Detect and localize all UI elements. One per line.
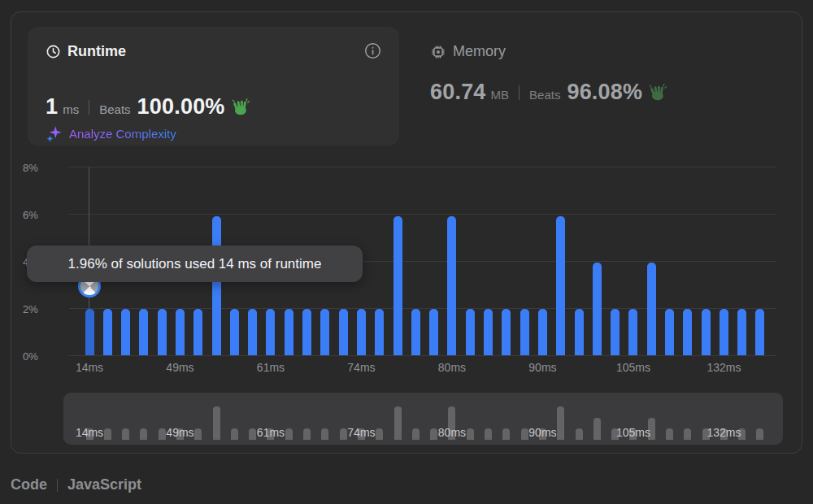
runtime-bar[interactable] [520, 309, 529, 355]
brush-bar [321, 428, 328, 440]
runtime-bar[interactable] [484, 309, 493, 355]
runtime-bar[interactable] [575, 309, 584, 355]
runtime-bar[interactable] [502, 309, 511, 355]
divider [519, 85, 520, 100]
brush-bar [467, 428, 474, 440]
y-axis-label: 6% [23, 208, 61, 220]
memory-unit: MB [491, 88, 510, 102]
footer-bar: Code JavaScript [11, 476, 141, 493]
runtime-bar[interactable] [103, 309, 112, 355]
brush-bar [231, 428, 238, 440]
brush-bar [593, 418, 601, 440]
y-axis-label: 8% [23, 161, 61, 173]
memory-beats-value: 96.08% [567, 80, 642, 105]
runtime-unit: ms [63, 102, 79, 116]
runtime-bar[interactable] [720, 309, 728, 355]
runtime-bar[interactable] [357, 309, 366, 355]
runtime-bar[interactable] [429, 309, 438, 355]
runtime-bar[interactable] [702, 309, 711, 355]
brush-bar [194, 428, 202, 440]
runtime-bar[interactable] [248, 309, 257, 355]
brush-bar [140, 428, 147, 440]
runtime-bar[interactable] [683, 309, 692, 355]
runtime-bar[interactable] [176, 309, 185, 355]
brush-bar [430, 428, 437, 440]
runtime-bar[interactable] [611, 309, 620, 355]
x-axis-label: 90ms [528, 361, 556, 374]
brush-axis-label: 61ms [257, 426, 285, 439]
runtime-bar[interactable] [212, 216, 221, 355]
info-icon[interactable] [364, 42, 381, 59]
x-axis-label: 80ms [438, 361, 466, 374]
runtime-bar[interactable] [665, 309, 674, 355]
runtime-bar[interactable] [266, 309, 275, 355]
runtime-bar[interactable] [737, 309, 746, 355]
brush-bar [756, 428, 763, 440]
tab-code[interactable]: Code [11, 476, 47, 493]
brush-bar [502, 428, 510, 440]
runtime-bar[interactable] [447, 216, 456, 355]
runtime-bar[interactable] [411, 309, 420, 355]
runtime-bar[interactable] [302, 309, 311, 355]
gridline [69, 355, 776, 356]
x-axis-label: 132ms [706, 361, 741, 374]
analyze-complexity-link[interactable]: Analyze Complexity [46, 125, 176, 142]
memory-value: 60.74 [430, 80, 486, 105]
runtime-bar[interactable] [339, 309, 348, 355]
runtime-beats-label: Beats [99, 102, 130, 116]
brush-bar [521, 428, 528, 440]
brush-bar [285, 428, 293, 440]
memory-header[interactable]: Memory [430, 43, 506, 60]
gridline [69, 167, 776, 167]
runtime-bar[interactable] [556, 216, 565, 355]
brush-axis-label: 90ms [528, 426, 556, 439]
runtime-bar[interactable] [85, 309, 94, 355]
brush-bar [303, 428, 311, 440]
brush-bar [666, 428, 673, 440]
sparkle-icon [46, 125, 63, 142]
runtime-bar[interactable] [285, 309, 293, 355]
runtime-bar[interactable] [230, 309, 239, 355]
language-label[interactable]: JavaScript [67, 476, 141, 493]
brush-axis-label: 132ms [706, 426, 741, 439]
brush-bar [557, 406, 564, 440]
runtime-bar[interactable] [538, 309, 547, 355]
brush-bar [122, 428, 129, 440]
analyze-complexity-label[interactable]: Analyze Complexity [69, 127, 176, 141]
x-axis-label: 105ms [616, 361, 650, 374]
runtime-card[interactable]: Runtime 1 ms Beats 100.00% [28, 27, 399, 146]
runtime-bar[interactable] [139, 309, 148, 355]
y-axis-label: 0% [23, 350, 61, 362]
runtime-bar[interactable] [393, 216, 402, 355]
runtime-bar[interactable] [121, 309, 130, 355]
runtime-bar[interactable] [755, 309, 764, 355]
runtime-bar[interactable] [193, 309, 202, 355]
brush-bar [340, 428, 347, 440]
memory-title: Memory [453, 43, 506, 60]
tooltip-text: 1.96% of solutions used 14 ms of runtime [68, 256, 322, 272]
y-axis-label: 2% [23, 302, 61, 315]
runtime-stats: 1 ms Beats 100.00% [46, 94, 250, 119]
runtime-bar[interactable] [158, 309, 167, 355]
runtime-bar[interactable] [647, 263, 656, 355]
runtime-bar[interactable] [628, 309, 637, 355]
divider [89, 100, 89, 115]
brush-bar [394, 406, 402, 440]
runtime-bar[interactable] [593, 263, 602, 355]
chart-tooltip: 1.96% of solutions used 14 ms of runtime [27, 245, 363, 282]
brush-bar [376, 428, 383, 440]
brush-axis-label: 74ms [347, 426, 375, 439]
submission-result-page: Runtime 1 ms Beats 100.00% [0, 0, 813, 504]
runtime-bar[interactable] [320, 309, 329, 355]
x-axis-label: 61ms [257, 361, 285, 374]
runtime-bar[interactable] [466, 309, 475, 355]
runtime-bar[interactable] [375, 309, 384, 355]
clap-hands-icon-dim [649, 83, 667, 102]
brush-bar [684, 428, 691, 440]
runtime-title: Runtime [67, 43, 126, 60]
brush-axis-label: 105ms [616, 426, 650, 439]
brush-bar [249, 428, 256, 440]
x-axis-label: 49ms [166, 361, 193, 374]
gridline [69, 214, 776, 215]
brush-bar [412, 428, 420, 440]
